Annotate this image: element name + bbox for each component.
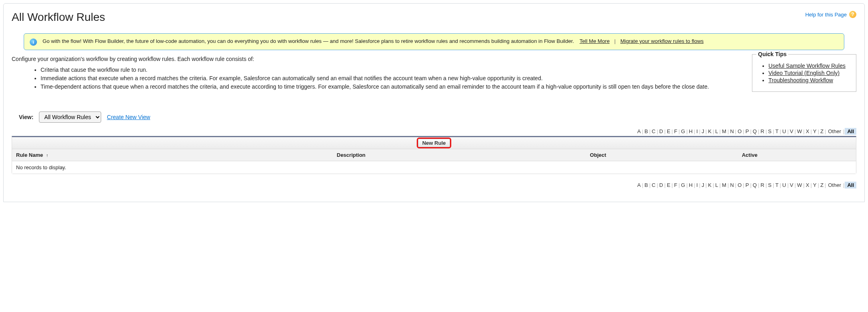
- tell-me-more-link[interactable]: Tell Me More: [579, 38, 609, 44]
- rules-table: Rule Name ↑ Description Object Active No…: [12, 149, 856, 174]
- col-active[interactable]: Active: [738, 149, 856, 161]
- view-row: View: All Workflow Rules Create New View: [19, 111, 856, 123]
- help-link-wrap: Help for this Page ?: [805, 11, 856, 18]
- alpha-letter-t[interactable]: T: [774, 182, 779, 188]
- alpha-letter-e[interactable]: E: [666, 128, 671, 134]
- alpha-separator: |: [750, 128, 752, 134]
- intro-bullet-list: Criteria that cause the workflow rule to…: [12, 66, 744, 91]
- alpha-letter-s[interactable]: S: [767, 128, 772, 134]
- alpha-letter-h[interactable]: H: [688, 182, 693, 188]
- col-description[interactable]: Description: [333, 149, 586, 161]
- alpha-letter-n[interactable]: N: [729, 182, 734, 188]
- alpha-letter-o[interactable]: O: [737, 128, 742, 134]
- alpha-letter-z[interactable]: Z: [819, 182, 824, 188]
- help-for-page-link[interactable]: Help for this Page: [805, 12, 847, 18]
- alpha-letter-k[interactable]: K: [707, 182, 713, 188]
- alpha-letter-y[interactable]: Y: [812, 128, 817, 134]
- alpha-letter-g[interactable]: G: [680, 128, 686, 134]
- alpha-separator: |: [750, 182, 752, 188]
- flow-builder-alert: i Go with the flow! With Flow Builder, t…: [24, 33, 844, 50]
- alpha-letter-y[interactable]: Y: [812, 182, 817, 188]
- alpha-separator: |: [686, 182, 688, 188]
- quick-tip-link-sample-rules[interactable]: Useful Sample Workflow Rules: [768, 63, 846, 69]
- alpha-letter-d[interactable]: D: [658, 128, 664, 134]
- intro-bullet: Immediate actions that execute when a re…: [41, 75, 744, 82]
- alert-message: Go with the flow! With Flow Builder, the…: [43, 38, 574, 44]
- table-row-empty: No records to display.: [12, 161, 856, 174]
- alpha-letter-x[interactable]: X: [805, 128, 810, 134]
- alpha-letter-a[interactable]: A: [636, 128, 642, 134]
- alpha-letter-k[interactable]: K: [707, 128, 713, 134]
- alpha-letter-m[interactable]: M: [721, 182, 727, 188]
- alpha-separator: |: [699, 128, 701, 134]
- alpha-letter-c[interactable]: C: [651, 128, 656, 134]
- quick-tip-link-troubleshoot[interactable]: Troubleshooting Workflow: [768, 77, 833, 83]
- alpha-letter-a[interactable]: A: [636, 182, 642, 188]
- alpha-letter-m[interactable]: M: [721, 128, 727, 134]
- intro-column: Configure your organization's workflow b…: [12, 56, 744, 99]
- alpha-letter-u[interactable]: U: [781, 182, 786, 188]
- page-title: All Workflow Rules: [12, 11, 105, 24]
- quick-tip-link-video[interactable]: Video Tutorial (English Only): [768, 70, 839, 76]
- quick-tip-item: Troubleshooting Workflow: [768, 77, 847, 83]
- alpha-letter-h[interactable]: H: [688, 128, 693, 134]
- create-new-view-link[interactable]: Create New View: [107, 114, 150, 120]
- view-label: View:: [19, 114, 33, 120]
- new-rule-row: New Rule: [12, 137, 856, 149]
- alpha-letter-j[interactable]: J: [701, 182, 705, 188]
- col-object[interactable]: Object: [586, 149, 738, 161]
- no-records-text: No records to display.: [12, 161, 856, 174]
- alpha-letter-o[interactable]: O: [737, 182, 742, 188]
- rules-table-wrap: New Rule Rule Name ↑ Description Object …: [12, 136, 856, 174]
- alpha-letter-f[interactable]: F: [673, 182, 678, 188]
- alpha-letter-j[interactable]: J: [701, 128, 705, 134]
- alpha-separator: |: [705, 128, 707, 134]
- alpha-letter-w[interactable]: W: [796, 128, 803, 134]
- migrate-link[interactable]: Migrate your workflow rules to flows: [620, 38, 703, 44]
- alpha-letter-r[interactable]: R: [760, 128, 765, 134]
- alpha-separator: |: [742, 128, 744, 134]
- alpha-filter-top: A|B|C|D|E|F|G|H|I|J|K|L|M|N|O|P|Q|R|S|T|…: [12, 128, 856, 134]
- alpha-other[interactable]: Other: [826, 182, 843, 188]
- alpha-letter-x[interactable]: X: [805, 182, 810, 188]
- alpha-letter-e[interactable]: E: [666, 182, 671, 188]
- alpha-letter-g[interactable]: G: [680, 182, 686, 188]
- alpha-other[interactable]: Other: [826, 128, 843, 134]
- alpha-letter-q[interactable]: Q: [752, 182, 758, 188]
- alpha-letter-z[interactable]: Z: [819, 128, 824, 134]
- alpha-letter-t[interactable]: T: [774, 128, 779, 134]
- alpha-letter-r[interactable]: R: [760, 182, 765, 188]
- alpha-letter-u[interactable]: U: [781, 128, 786, 134]
- alpha-letter-p[interactable]: P: [745, 128, 750, 134]
- alpha-letter-l[interactable]: L: [715, 128, 719, 134]
- alpha-letter-l[interactable]: L: [715, 182, 719, 188]
- alpha-letter-d[interactable]: D: [658, 182, 664, 188]
- alpha-separator: |: [686, 128, 688, 134]
- col-rule-name[interactable]: Rule Name ↑: [12, 149, 333, 161]
- alpha-separator: |: [712, 128, 714, 134]
- alpha-letter-w[interactable]: W: [796, 182, 803, 188]
- new-rule-button[interactable]: New Rule: [418, 139, 450, 147]
- alpha-all[interactable]: All: [845, 128, 856, 135]
- alpha-letter-p[interactable]: P: [745, 182, 750, 188]
- main-columns: Configure your organization's workflow b…: [12, 56, 856, 99]
- alpha-letter-q[interactable]: Q: [752, 128, 758, 134]
- alpha-letter-v[interactable]: V: [789, 182, 794, 188]
- alpha-all[interactable]: All: [845, 182, 856, 188]
- alert-separator: |: [611, 38, 619, 44]
- alpha-separator: |: [699, 182, 701, 188]
- alpha-letter-f[interactable]: F: [673, 128, 678, 134]
- alert-text: Go with the flow! With Flow Builder, the…: [43, 38, 704, 45]
- alpha-letter-v[interactable]: V: [789, 128, 794, 134]
- rules-table-header-row: Rule Name ↑ Description Object Active: [12, 149, 856, 161]
- quick-tips-list: Useful Sample Workflow Rules Video Tutor…: [761, 63, 847, 83]
- info-icon: i: [30, 38, 37, 46]
- alpha-letter-b[interactable]: B: [644, 182, 649, 188]
- help-icon[interactable]: ?: [849, 11, 856, 18]
- alpha-letter-b[interactable]: B: [644, 128, 649, 134]
- alpha-letter-c[interactable]: C: [651, 182, 656, 188]
- alpha-letter-n[interactable]: N: [729, 128, 734, 134]
- col-rule-name-label: Rule Name: [16, 152, 43, 158]
- view-select[interactable]: All Workflow Rules: [39, 111, 101, 123]
- alpha-letter-s[interactable]: S: [767, 182, 772, 188]
